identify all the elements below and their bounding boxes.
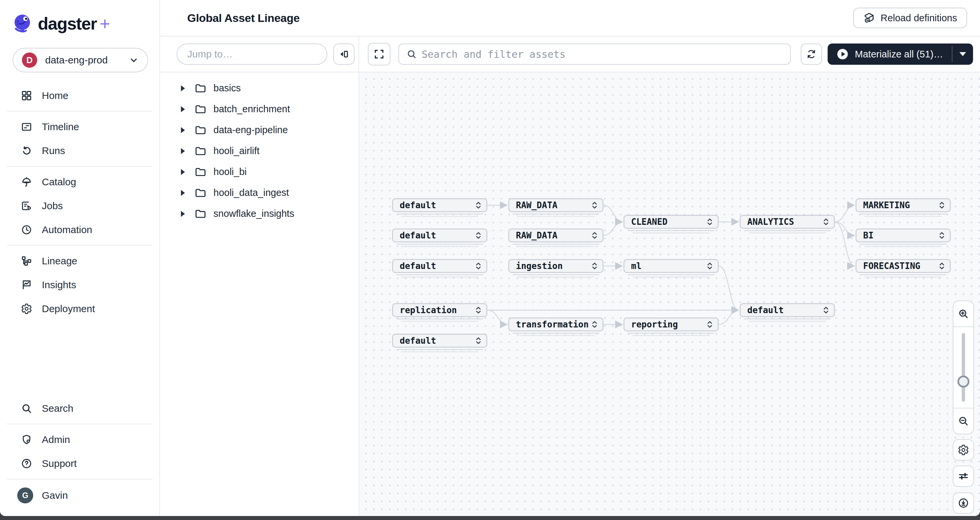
graph-node-default_3[interactable]: default [392,259,487,273]
graph-node-label: FORECASTING [863,261,920,271]
lineage-graph-canvas[interactable]: defaultRAW_DATAdefaultRAW_DATAdefaulting… [359,72,980,516]
zoom-slider-thumb[interactable] [958,375,969,388]
main-area: Global Asset Lineage Reload definitions [160,0,980,516]
graph-node-reporting[interactable]: reporting [624,318,719,331]
graph-node-label: BI [863,231,873,240]
reload-definitions-button[interactable]: Reload definitions [853,8,967,28]
graph-node-cleaned[interactable]: CLEANED [624,215,719,229]
sidebar-item-support[interactable]: Support [0,452,159,475]
download-graph-button[interactable] [953,493,974,514]
graph-node-raw_data_2[interactable]: RAW_DATA [508,229,603,242]
expand-node-icon [475,261,482,270]
graph-node-ml[interactable]: ml [624,259,719,273]
graph-filters-button[interactable] [953,466,974,487]
tree-item-hooli-bi[interactable]: hooli_bi [160,161,358,182]
toolbar-row: Materialize all (51)… [160,37,980,72]
tree-item-batch-enrichment[interactable]: batch_enrichment [160,99,358,119]
sidebar-item-admin[interactable]: Admin [0,428,159,452]
materialize-all-button[interactable]: Materialize all (51)… [827,43,952,65]
zoom-in-button[interactable] [953,301,974,327]
graph-node-label: ingestion [516,261,563,271]
graph-node-transformation[interactable]: transformation [508,318,603,331]
fullscreen-button[interactable] [368,43,390,65]
tree-item-snowflake-insights[interactable]: snowflake_insights [160,203,358,224]
content-area: basics batch_enrichment [160,72,980,516]
caret-right-icon [181,85,185,91]
sidebar-item-runs[interactable]: Runs [0,139,159,163]
deployment-selector[interactable]: D data-eng-prod [13,48,148,72]
sidebar-item-catalog[interactable]: Catalog [0,170,159,194]
caret-right-icon [181,127,185,133]
sidebar-item-search[interactable]: Search [0,396,159,420]
sidebar-item-lineage[interactable]: Lineage [0,249,159,273]
expand-node-icon [939,261,945,270]
graph-node-default_right[interactable]: default [740,303,835,317]
folder-icon [195,209,206,219]
folder-icon [195,104,206,114]
sidebar-item-label: Search [42,403,73,414]
graph-node-label: ANALYTICS [747,217,794,227]
folder-icon [195,125,206,135]
sidebar-item-home[interactable]: Home [0,84,159,108]
tree-item-label: hooli_data_ingest [213,187,289,198]
app-window: dagster + D data-eng-prod Home [0,0,980,516]
tree-item-hooli-airlift[interactable]: hooli_airlift [160,140,358,161]
tree-item-basics[interactable]: basics [160,78,358,99]
graph-node-ingestion[interactable]: ingestion [508,259,603,273]
deployment-name: data-eng-prod [45,54,108,66]
graph-node-marketing[interactable]: MARKETING [856,198,951,212]
search-icon [21,402,33,414]
chevron-down-icon [129,55,139,65]
zoom-slider[interactable] [953,327,974,408]
zoom-out-button[interactable] [953,408,974,434]
graph-node-label: default [400,261,436,271]
sidebar-divider [6,479,153,480]
tree-item-hooli-data-ingest[interactable]: hooli_data_ingest [160,182,358,203]
expand-node-icon [591,231,598,240]
graph-node-analytics[interactable]: ANALYTICS [740,215,835,229]
graph-settings-button[interactable] [953,439,974,461]
brand-plus: + [100,13,110,34]
refresh-button[interactable] [801,43,822,65]
sidebar-item-automation[interactable]: Automation [0,218,159,242]
tree-item-data-eng-pipeline[interactable]: data-eng-pipeline [160,119,358,140]
zoom-controls [953,301,974,434]
tree-item-label: hooli_bi [213,166,247,177]
sidebar-item-deployment[interactable]: Deployment [0,297,159,321]
caret-right-icon [181,190,185,196]
sidebar-item-label: Jobs [42,200,63,211]
collapse-panel-button[interactable] [333,43,355,65]
search-assets-input[interactable] [422,45,783,64]
materialize-options-button[interactable] [953,43,973,65]
play-circle-icon [836,48,849,60]
graph-node-default_1[interactable]: default [392,198,487,212]
shield-admin-icon [21,434,33,445]
graph-node-forecasting[interactable]: FORECASTING [856,259,951,273]
sidebar-item-label: Lineage [42,255,77,267]
sidebar-item-jobs[interactable]: Jobs [0,194,159,218]
lineage-edge-reporting-to-default_right [719,310,739,324]
reload-definitions-label: Reload definitions [880,13,957,24]
graph-node-default_2[interactable]: default [392,229,487,242]
graph-node-label: transformation [516,320,589,329]
sidebar-item-label: Automation [42,224,92,235]
graph-node-default_bottom[interactable]: default [392,334,487,348]
user-avatar: G [17,487,33,503]
graph-node-bi[interactable]: BI [856,229,951,242]
caret-right-icon [181,211,185,217]
user-menu[interactable]: G Gavin [0,483,159,508]
lineage-edge-raw_data_2-to-cleaned [603,222,622,235]
sidebar-item-label: Insights [42,279,76,291]
expand-node-icon [706,261,713,270]
graph-node-raw_data_1[interactable]: RAW_DATA [508,198,603,212]
clock-icon [21,224,33,236]
jump-to-input[interactable] [177,43,327,65]
graph-node-replication[interactable]: replication [392,303,487,317]
dagster-logo-icon [13,13,33,34]
asset-group-tree: basics batch_enrichment [160,72,359,516]
expand-node-icon [591,320,598,329]
sidebar-item-insights[interactable]: Insights [0,273,159,297]
sidebar-item-timeline[interactable]: Timeline [0,115,159,139]
timeline-icon [21,121,33,133]
graph-node-label: CLEANED [631,217,668,227]
